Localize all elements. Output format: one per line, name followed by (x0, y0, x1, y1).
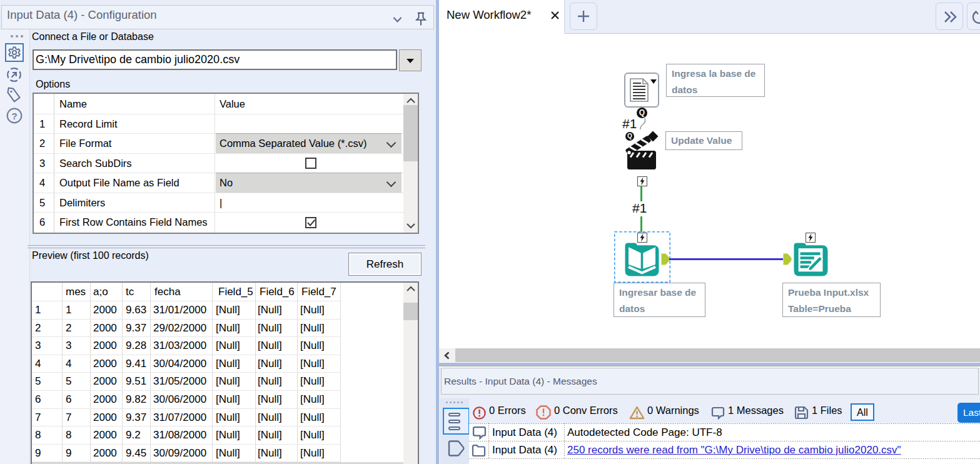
svg-text:?: ? (11, 111, 17, 121)
